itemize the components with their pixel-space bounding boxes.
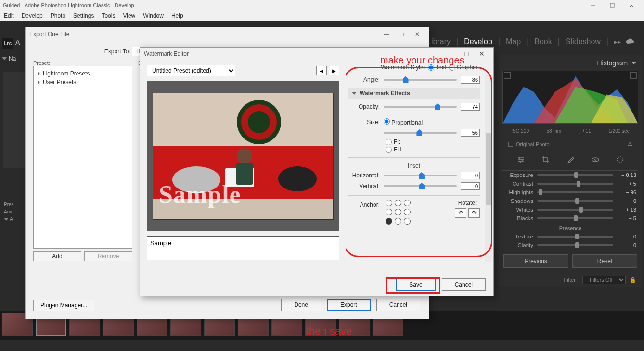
watermark-text-input[interactable]: Sample (147, 236, 339, 260)
cancel-button[interactable]: Cancel (442, 278, 486, 291)
clip-highlight-icon[interactable] (630, 72, 637, 79)
module-library[interactable]: Library (427, 38, 451, 46)
chevron-down-icon[interactable] (2, 57, 7, 60)
done-button[interactable]: Done (281, 299, 321, 311)
crop-icon[interactable] (541, 155, 550, 165)
size-fit-radio[interactable]: Fit (386, 138, 480, 146)
menu-window[interactable]: Window (143, 13, 164, 19)
slider-value[interactable]: 0 (617, 198, 636, 204)
cloud-sync-icon[interactable] (626, 38, 635, 47)
slider-track[interactable] (537, 244, 613, 246)
menu-settings[interactable]: Settings (73, 13, 94, 19)
radial-icon[interactable] (616, 155, 624, 165)
minimize-button[interactable]: — (379, 31, 394, 38)
svg-point-9 (617, 157, 623, 163)
adjust-highlights: Highlights − 96 (499, 188, 642, 197)
histogram-title[interactable]: Histogram (597, 59, 628, 67)
maximize-button[interactable]: □ (394, 31, 410, 38)
menu-view[interactable]: View (123, 13, 135, 19)
opacity-slider[interactable] (384, 106, 457, 108)
panel-amount[interactable]: Amo (2, 208, 28, 215)
next-watermark-button[interactable]: ▶ (329, 66, 339, 75)
chevron-down-icon[interactable] (631, 62, 636, 64)
slider-track[interactable] (537, 183, 613, 185)
eyedropper-icon[interactable] (566, 155, 575, 165)
checkbox-icon[interactable] (508, 142, 513, 147)
slider-value[interactable]: − 0.13 (617, 172, 636, 178)
lock-icon[interactable]: 🔒 (630, 277, 636, 283)
navigator-thumbnail[interactable] (3, 72, 25, 168)
module-develop[interactable]: Develop (464, 38, 492, 48)
preset-folder[interactable]: Lightroom Presets (36, 69, 130, 78)
export-dialog-titlebar[interactable]: Export One File — □ ✕ (26, 27, 429, 41)
add-preset-button[interactable]: Add (33, 251, 81, 261)
scrollbar[interactable] (485, 75, 492, 262)
size-value[interactable] (461, 129, 480, 137)
slider-track[interactable] (537, 217, 613, 219)
tool-strip (502, 150, 638, 171)
cancel-button[interactable]: Cancel (376, 299, 420, 311)
watermark-effects-head[interactable]: Watermark Effects (348, 88, 480, 99)
module-map[interactable]: Map (506, 38, 521, 46)
watermark-preset-select[interactable]: Untitled Preset (edited) (147, 65, 235, 76)
reset-button[interactable]: Reset (572, 254, 637, 268)
menu-edit[interactable]: Edit (4, 13, 14, 19)
original-photo-label: Original Photo (516, 141, 550, 147)
slider-value[interactable]: − 5 (617, 215, 636, 221)
preset-list[interactable]: Lightroom Presets User Presets (33, 66, 132, 249)
clip-shadow-icon[interactable] (504, 72, 511, 79)
module-slideshow[interactable]: Slideshow (566, 38, 601, 46)
slider-value[interactable]: + 5 (617, 181, 636, 187)
remove-preset-button[interactable]: Remove (84, 251, 132, 261)
export-button[interactable]: Export (327, 299, 371, 311)
vertical-slider[interactable] (384, 185, 457, 187)
eye-icon[interactable] (591, 155, 600, 165)
menu-tools[interactable]: Tools (102, 13, 115, 19)
close-button[interactable]: ✕ (474, 50, 489, 58)
minimize-button[interactable] (583, 0, 603, 11)
module-book[interactable]: Book (534, 38, 552, 46)
menu-help[interactable]: Help (171, 13, 183, 19)
size-proportional-radio[interactable]: Proportional (384, 118, 423, 126)
opacity-value[interactable] (461, 103, 480, 111)
maximize-button[interactable] (603, 0, 622, 11)
menu-develop[interactable]: Develop (22, 13, 43, 19)
close-button[interactable]: ✕ (410, 31, 425, 38)
horizontal-value[interactable] (461, 172, 480, 179)
histogram[interactable] (502, 71, 638, 124)
slider-value[interactable]: − 96 (617, 189, 636, 195)
save-button[interactable]: Save (396, 278, 436, 291)
annotation-text: make your changes (380, 55, 464, 66)
close-button[interactable] (622, 0, 641, 11)
filter-select[interactable]: Filters Off (582, 276, 626, 284)
slider-track[interactable] (537, 174, 613, 176)
plugin-manager-button[interactable]: Plug-in Manager... (33, 300, 94, 311)
slider-track[interactable] (537, 209, 613, 211)
sliders-icon[interactable] (516, 155, 525, 165)
slider-value[interactable]: 0 (617, 234, 636, 239)
horizontal-slider[interactable] (384, 175, 457, 176)
size-fill-radio[interactable]: Fill (386, 146, 480, 153)
preset-folder[interactable]: User Presets (36, 78, 130, 87)
panel-a[interactable]: A (2, 215, 28, 223)
original-photo-toggle[interactable]: Original Photo ⚠ (502, 138, 638, 150)
menu-photo[interactable]: Photo (51, 13, 65, 19)
vertical-value[interactable] (461, 182, 480, 190)
slider-value[interactable]: 0 (617, 242, 636, 248)
anchor-grid[interactable] (386, 200, 412, 226)
prev-watermark-button[interactable]: ◀ (316, 66, 327, 75)
slider-value[interactable]: + 13 (617, 207, 636, 213)
angle-value[interactable] (461, 76, 480, 84)
rotate-cw-button[interactable]: ↷ (468, 208, 480, 218)
angle-slider[interactable] (384, 79, 457, 81)
slider-track[interactable] (537, 191, 613, 193)
size-slider[interactable] (384, 132, 457, 134)
module-more-icon[interactable]: ▸▸ (614, 38, 621, 46)
panel-presets[interactable]: Pres (2, 201, 28, 208)
previous-button[interactable]: Previous (503, 254, 568, 268)
watermark-title: Watermark Editor (144, 50, 189, 57)
slider-track[interactable] (537, 236, 613, 238)
left-nav: Na (2, 55, 27, 65)
slider-track[interactable] (537, 200, 613, 202)
rotate-ccw-button[interactable]: ↶ (455, 208, 466, 218)
